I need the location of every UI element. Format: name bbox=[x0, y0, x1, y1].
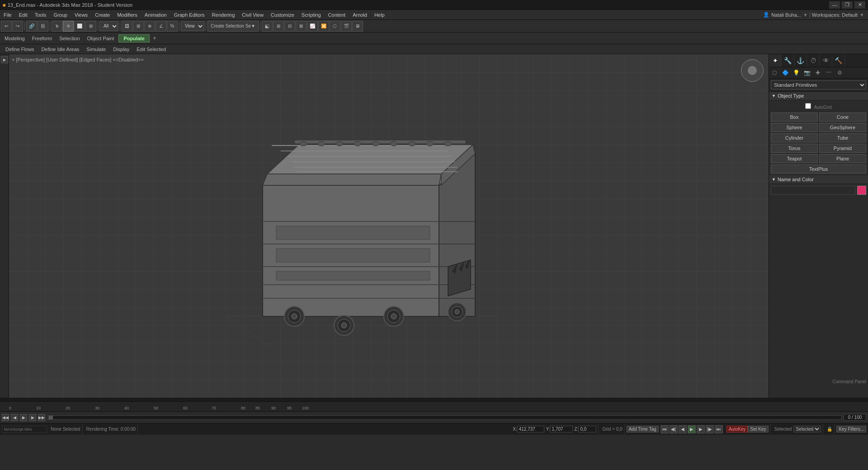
restore-button[interactable]: ❐ bbox=[842, 1, 853, 9]
select-link-button[interactable]: 🔗 bbox=[26, 21, 37, 32]
menu-help[interactable]: Help bbox=[371, 11, 388, 19]
time-ruler[interactable]: 0 10 20 30 40 50 60 70 80 85 90 95 100 bbox=[0, 401, 868, 411]
define-idle-areas-btn[interactable]: Define Idle Areas bbox=[40, 46, 81, 52]
rp-lights-icon[interactable]: 💡 bbox=[791, 67, 802, 78]
tab-selection[interactable]: Selection bbox=[57, 35, 82, 42]
rp-systems-icon[interactable]: ⚙ bbox=[834, 67, 845, 78]
selected-dropdown[interactable]: Selected bbox=[793, 426, 821, 432]
rp-tab-motion[interactable]: ⏱ bbox=[807, 54, 820, 67]
btn-geosphere[interactable]: GeoSphere bbox=[819, 123, 866, 132]
menu-views[interactable]: Views bbox=[71, 11, 91, 19]
unlink-button[interactable]: ⛓ bbox=[38, 21, 48, 32]
select-window-crossing[interactable]: ⊞ bbox=[85, 21, 96, 32]
menu-animation[interactable]: Animation bbox=[141, 11, 170, 19]
material-editor[interactable]: ⬡ bbox=[330, 21, 340, 32]
color-swatch[interactable] bbox=[857, 186, 866, 195]
menu-content[interactable]: Content bbox=[325, 11, 349, 19]
frame-counter[interactable]: 0 / 100 bbox=[844, 414, 866, 421]
rp-cameras-icon[interactable]: 📷 bbox=[802, 67, 812, 78]
angle-snap[interactable]: ∠ bbox=[156, 21, 166, 32]
select-button[interactable]: 🖱 bbox=[52, 21, 62, 32]
define-flows-btn[interactable]: Define Flows bbox=[4, 46, 36, 52]
viewport-gizmo[interactable] bbox=[739, 57, 766, 84]
rp-tab-display[interactable]: 👁 bbox=[820, 54, 832, 67]
x-coord-input[interactable] bbox=[517, 426, 544, 432]
timeline-slider[interactable] bbox=[47, 415, 842, 420]
pb-play[interactable]: ▶ bbox=[688, 425, 696, 433]
populate-button[interactable]: Populate bbox=[118, 34, 149, 42]
autogrid-checkbox[interactable] bbox=[805, 103, 811, 109]
menu-graph-editors[interactable]: Graph Editors bbox=[170, 11, 208, 19]
viewport-config[interactable]: ⊞ bbox=[133, 21, 144, 32]
track-view[interactable]: 📈 bbox=[307, 21, 318, 32]
rp-shapes-icon[interactable]: 🔷 bbox=[780, 67, 791, 78]
tab-modeling[interactable]: Modeling bbox=[2, 35, 28, 42]
menu-file[interactable]: File bbox=[0, 11, 15, 19]
z-coord-input[interactable] bbox=[578, 426, 596, 432]
set-key-btn[interactable]: Set Key bbox=[748, 426, 768, 432]
pb-prev-key[interactable]: ◀| bbox=[670, 425, 678, 433]
auto-key-btn[interactable]: AutoKey bbox=[726, 426, 748, 432]
rp-tab-hierarchy[interactable]: ⚓ bbox=[794, 54, 807, 67]
btn-sphere[interactable]: Sphere bbox=[771, 123, 818, 132]
pb-first[interactable]: ⏮ bbox=[660, 425, 669, 433]
redo-button[interactable]: ↪ bbox=[12, 21, 23, 32]
left-panel-btn1[interactable]: ▶ bbox=[1, 56, 8, 63]
viewport[interactable]: + [Perspective] [User Defined] [Edged Fa… bbox=[9, 54, 769, 398]
tab-object-paint[interactable]: Object Paint bbox=[85, 35, 117, 42]
close-button[interactable]: ✕ bbox=[854, 1, 865, 9]
object-type-dropdown[interactable]: Standard Primitives bbox=[771, 80, 866, 89]
btn-box[interactable]: Box bbox=[771, 113, 818, 122]
rp-geometry-icon[interactable]: ⬡ bbox=[769, 67, 780, 78]
select-region-button[interactable]: ⬜ bbox=[74, 21, 85, 32]
display-btn[interactable]: Display bbox=[111, 46, 131, 52]
btn-torus[interactable]: Torus bbox=[771, 144, 818, 153]
view-dropdown[interactable]: View bbox=[181, 21, 204, 31]
menu-group[interactable]: Group bbox=[50, 11, 71, 19]
array-button[interactable]: ⊞ bbox=[273, 21, 284, 32]
next-frame[interactable]: ▶ bbox=[29, 414, 36, 421]
select-move-button[interactable]: ✛ bbox=[63, 21, 74, 32]
render-setup[interactable]: 🎬 bbox=[341, 21, 352, 32]
percent-snap[interactable]: % bbox=[167, 21, 178, 32]
btn-tube[interactable]: Tube bbox=[819, 133, 866, 142]
titlebar-controls[interactable]: — ❐ ✕ bbox=[829, 1, 868, 9]
menu-customize[interactable]: Customize bbox=[267, 11, 298, 19]
rp-tab-create[interactable]: ✦ bbox=[769, 54, 782, 67]
tab-freeform[interactable]: Freeform bbox=[29, 35, 55, 42]
menu-rendering[interactable]: Rendering bbox=[208, 11, 239, 19]
pb-last[interactable]: ⏭ bbox=[715, 425, 723, 433]
layer-manager[interactable]: ⊠ bbox=[296, 21, 307, 32]
menu-arnold[interactable]: Arnold bbox=[349, 11, 371, 19]
object-name-input[interactable] bbox=[771, 186, 855, 195]
key-filters-btn[interactable]: Key Filters... bbox=[836, 426, 866, 432]
play-button[interactable]: ▶ bbox=[20, 414, 27, 421]
rp-tab-utilities[interactable]: 🔨 bbox=[832, 54, 845, 67]
pb-next[interactable]: ▶ bbox=[697, 425, 705, 433]
maxscript-area[interactable]: MAXScript Mini bbox=[2, 426, 47, 433]
simulate-btn[interactable]: Simulate bbox=[85, 46, 108, 52]
name-color-header[interactable]: ▼ Name and Color bbox=[769, 175, 868, 184]
menu-edit[interactable]: Edit bbox=[15, 11, 31, 19]
align-button[interactable]: ⊟ bbox=[284, 21, 295, 32]
rp-tab-modify[interactable]: 🔧 bbox=[782, 54, 794, 67]
menu-modifiers[interactable]: Modifiers bbox=[113, 11, 141, 19]
create-selection-button[interactable]: Create Selection Se▼ bbox=[208, 21, 259, 32]
prev-frame[interactable]: ◀ bbox=[11, 414, 18, 421]
pb-prev[interactable]: ◀ bbox=[679, 425, 687, 433]
prev-frame-start[interactable]: ◀◀ bbox=[2, 414, 9, 421]
edit-selected-btn[interactable]: Edit Selected bbox=[135, 46, 168, 52]
mirror-button[interactable]: ⬕ bbox=[262, 21, 273, 32]
btn-textplus[interactable]: TextPlus bbox=[771, 164, 866, 174]
lock-icon[interactable]: 🔓 bbox=[827, 427, 832, 432]
btn-cylinder[interactable]: Cylinder bbox=[771, 133, 818, 142]
btn-cone[interactable]: Cone bbox=[819, 113, 866, 122]
2d3d-snap[interactable]: ⊕ bbox=[144, 21, 155, 32]
btn-pyramid[interactable]: Pyramid bbox=[819, 144, 866, 153]
add-time-tag-btn[interactable]: Add Time Tag bbox=[627, 426, 659, 432]
rp-helpers-icon[interactable]: ✚ bbox=[812, 67, 823, 78]
y-coord-input[interactable] bbox=[550, 426, 573, 432]
populate-settings[interactable]: ▼ bbox=[151, 36, 158, 41]
btn-teapot[interactable]: Teapot bbox=[771, 154, 818, 163]
menu-tools[interactable]: Tools bbox=[31, 11, 50, 19]
